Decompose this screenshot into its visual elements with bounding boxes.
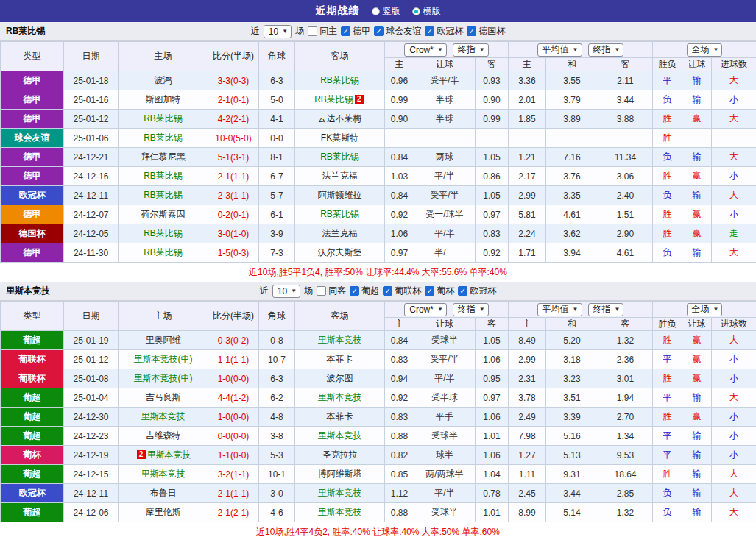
match-score[interactable]: 0-3(0-2)	[208, 331, 259, 350]
match-score[interactable]: 0-0(0-0)	[208, 427, 259, 446]
match-score[interactable]: 5-1(3-1)	[208, 148, 259, 167]
match-count-select[interactable]: 10▼	[264, 25, 292, 38]
home-team-name[interactable]: 里斯本竞技	[147, 449, 191, 460]
home-team-name[interactable]: 拜仁慕尼黑	[141, 152, 186, 162]
home-team-name[interactable]: RB莱比锡	[144, 171, 183, 181]
away-team-name[interactable]: 里斯本竞技	[318, 507, 362, 517]
match-score[interactable]: 2-1(1-1)	[208, 484, 259, 503]
away-team-name[interactable]: FK莫斯特	[321, 132, 358, 143]
odds-stage-select[interactable]: 终指▼	[453, 43, 489, 57]
match-score[interactable]: 1-1(0-0)	[208, 446, 259, 465]
period-select-value: 全场	[692, 43, 710, 56]
away-team-name[interactable]: 里斯本竞技	[318, 488, 362, 498]
match-score[interactable]: 1-5(0-3)	[208, 243, 259, 263]
radio-horizontal-layout[interactable]: 横版	[412, 5, 441, 18]
home-team-name[interactable]: 荷尔斯泰因	[141, 209, 186, 219]
home-team-name[interactable]: RB莱比锡	[144, 132, 183, 143]
away-team-name[interactable]: 云达不莱梅	[318, 113, 362, 124]
away-team-name[interactable]: RB莱比锡	[320, 152, 359, 162]
period-select[interactable]: 全场▼	[687, 303, 723, 316]
checkbox-checked-icon: ✓	[341, 26, 350, 36]
match-score[interactable]: 1-1(1-1)	[208, 350, 259, 369]
home-team-name[interactable]: 吉维森特	[146, 430, 181, 441]
same-venue-checkbox[interactable]: 同主	[308, 25, 337, 38]
odds-value: 4.61	[546, 205, 598, 224]
radio-vertical-layout[interactable]: 竖版	[372, 5, 400, 18]
league-filter-checkbox[interactable]: ✓球会友谊	[374, 25, 421, 38]
match-score[interactable]: 3-2(1-1)	[208, 465, 259, 484]
away-team-name[interactable]: 本菲卡	[327, 354, 353, 364]
away-team-name[interactable]: 阿斯顿维拉	[318, 190, 362, 200]
match-score[interactable]: 4-2(2-1)	[208, 110, 259, 129]
match-score[interactable]: 2-3(1-1)	[208, 186, 259, 205]
result-goals: 小	[712, 427, 756, 446]
match-score[interactable]: 0-2(0-1)	[208, 205, 259, 224]
away-team-name[interactable]: 本菲卡	[327, 411, 353, 422]
away-team-name[interactable]: RB莱比锡	[314, 94, 353, 104]
average-select[interactable]: 平均值▼	[537, 303, 582, 316]
away-team-name[interactable]: 博阿维斯塔	[318, 469, 362, 479]
away-team-name[interactable]: 里斯本竞技	[318, 430, 362, 441]
league-filter-checkbox[interactable]: ✓欧冠杯	[425, 25, 463, 38]
home-team-name[interactable]: 里斯本竞技	[141, 469, 186, 479]
home-team-name[interactable]: 波鸿	[155, 75, 172, 85]
period-select[interactable]: 全场▼	[687, 43, 723, 57]
result-outcome: 胜	[653, 408, 682, 427]
match-score[interactable]: 1-0(0-0)	[208, 408, 259, 427]
home-team-name[interactable]: 里斯本竞技(中)	[134, 373, 193, 383]
league-filter-checkbox[interactable]: ✓德甲	[341, 25, 370, 38]
bookmaker-odds-header: Crow*▼终指▼	[385, 302, 509, 318]
match-score[interactable]: 1-0(0-0)	[208, 369, 259, 388]
match-score[interactable]: 4-4(1-2)	[208, 388, 259, 408]
league-filter-checkbox[interactable]: ✓葡杯	[425, 285, 454, 297]
odds-value: 0.97	[476, 388, 509, 408]
away-team-name[interactable]: 里斯本竞技	[318, 392, 362, 402]
match-score[interactable]: 3-0(1-0)	[208, 224, 259, 243]
home-team-name[interactable]: RB莱比锡	[144, 190, 183, 200]
match-score[interactable]: 2-1(1-1)	[208, 167, 259, 186]
bookmaker-select[interactable]: Crow*▼	[404, 43, 447, 57]
away-team-name[interactable]: 圣克拉拉	[322, 449, 358, 460]
column-header: 类型	[1, 302, 64, 331]
bookmaker-select[interactable]: Crow*▼	[404, 303, 447, 316]
away-team-name[interactable]: RB莱比锡	[320, 75, 359, 85]
away-team-name[interactable]: 法兰克福	[322, 171, 358, 181]
match-score[interactable]: 2-1(0-1)	[208, 90, 259, 110]
match-score[interactable]: 3-3(0-3)	[208, 71, 259, 90]
match-date: 24-12-30	[64, 408, 119, 427]
league-filter-checkbox[interactable]: ✓葡超	[350, 285, 379, 297]
avg-stage-select[interactable]: 终指▼	[588, 43, 624, 57]
match-score[interactable]: 10-0(5-0)	[208, 129, 259, 148]
odds-stage-select[interactable]: 终指▼	[453, 303, 489, 316]
odds-value	[385, 129, 414, 148]
home-team-name[interactable]: 斯图加特	[146, 94, 181, 104]
avg-stage-select[interactable]: 终指▼	[588, 303, 624, 316]
home-team-name[interactable]: RB莱比锡	[144, 228, 183, 238]
away-team-name[interactable]: 法兰克福	[322, 228, 358, 238]
away-team-name[interactable]: 沃尔夫斯堡	[318, 247, 362, 257]
home-team-name[interactable]: 里斯本竞技	[141, 411, 186, 422]
home-team-name[interactable]: 里奥阿维	[146, 335, 181, 345]
league-filter-checkbox[interactable]: ✓欧冠杯	[458, 285, 496, 297]
away-team-name[interactable]: 波尔图	[327, 373, 353, 383]
odds-value	[476, 129, 509, 148]
home-team-name[interactable]: 里斯本竞技(中)	[134, 354, 193, 364]
match-count-select[interactable]: 10▼	[272, 285, 300, 298]
home-team-name[interactable]: 摩里伦斯	[146, 507, 181, 517]
home-team-name[interactable]: 吉马良斯	[146, 392, 181, 402]
odds-value: 1.06	[385, 224, 414, 243]
chevron-down-icon: ▼	[282, 28, 288, 35]
odds-value: 5.20	[546, 331, 598, 350]
league-filter-checkbox[interactable]: ✓葡联杯	[383, 285, 421, 297]
average-select[interactable]: 平均值▼	[537, 43, 582, 57]
match-row: 德甲24-12-07荷尔斯泰因0-2(0-1)6-1RB莱比锡0.92受一/球半…	[1, 205, 756, 224]
home-team-name[interactable]: 布鲁日	[150, 488, 177, 498]
away-team-name[interactable]: RB莱比锡	[320, 209, 359, 219]
fulltime-header: 全场▼	[653, 42, 756, 58]
same-venue-checkbox[interactable]: 同客	[317, 285, 346, 297]
home-team-name[interactable]: RB莱比锡	[144, 113, 183, 124]
home-team-name[interactable]: RB莱比锡	[144, 247, 183, 257]
match-score[interactable]: 2-1(2-1)	[208, 503, 259, 522]
league-filter-checkbox[interactable]: ✓德国杯	[467, 25, 505, 38]
away-team-name[interactable]: 里斯本竞技	[318, 335, 362, 345]
